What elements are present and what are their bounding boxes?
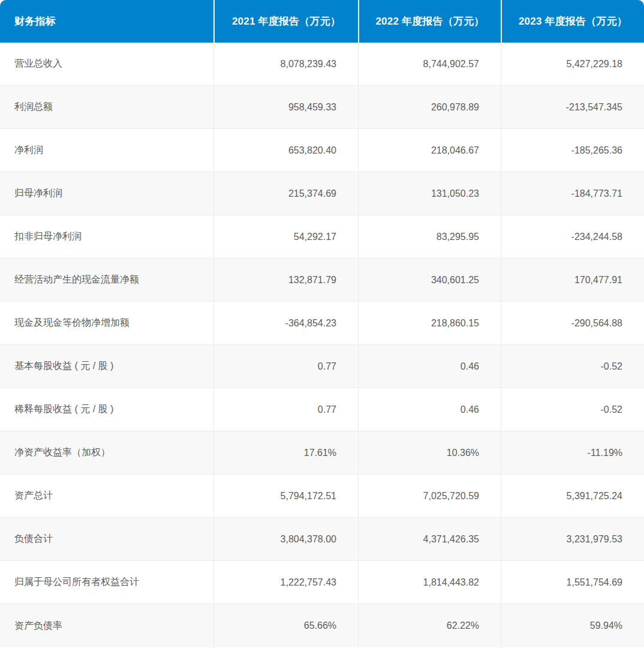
table-row: 营业总收入 8,078,239.43 8,744,902.57 5,427,22… <box>0 43 644 86</box>
table-row: 负债合计 3,804,378.00 4,371,426.35 3,231,979… <box>0 518 644 561</box>
row-label: 净资产收益率（加权） <box>0 431 213 474</box>
row-label: 稀释每股收益 ( 元 / 股 ) <box>0 388 213 431</box>
cell-2023: -0.52 <box>501 345 644 388</box>
cell-2023: 5,427,229.18 <box>501 43 644 85</box>
table-row: 扣非归母净利润 54,292.17 83,295.95 -234,244.58 <box>0 215 644 259</box>
row-label: 资产总计 <box>0 475 213 517</box>
cell-2023: 59.94% <box>501 604 644 647</box>
cell-2022: 218,860.15 <box>358 302 501 344</box>
cell-2021: 65.66% <box>213 604 358 647</box>
cell-2022: 131,050.23 <box>358 172 501 215</box>
table-header-row: 财务指标 2021 年度报告（万元） 2022 年度报告（万元） 2023 年度… <box>0 0 644 43</box>
cell-2022: 62.22% <box>358 604 501 647</box>
cell-2021: 0.77 <box>213 345 358 388</box>
row-label: 资产负债率 <box>0 604 213 647</box>
table-row: 归属于母公司所有者权益合计 1,222,757.43 1,814,443.82 … <box>0 561 644 604</box>
header-cell-indicator: 财务指标 <box>0 0 213 43</box>
cell-2022: 10.36% <box>358 431 501 474</box>
cell-2022: 0.46 <box>358 388 501 431</box>
cell-2021: 215,374.69 <box>213 172 358 215</box>
table-row: 稀释每股收益 ( 元 / 股 ) 0.77 0.46 -0.52 <box>0 388 644 431</box>
cell-2021: 5,794,172.51 <box>213 475 358 517</box>
cell-2023: -234,244.58 <box>501 215 644 258</box>
cell-2023: 170,477.91 <box>501 259 644 301</box>
header-cell-2023: 2023 年度报告（万元） <box>501 0 644 43</box>
table-row: 基本每股收益 ( 元 / 股 ) 0.77 0.46 -0.52 <box>0 345 644 388</box>
financial-indicators-table: 财务指标 2021 年度报告（万元） 2022 年度报告（万元） 2023 年度… <box>0 0 644 647</box>
table-row: 净利润 653,820.40 218,046.67 -185,265.36 <box>0 129 644 172</box>
row-label: 营业总收入 <box>0 43 213 85</box>
cell-2023: -184,773.71 <box>501 172 644 215</box>
row-label: 现金及现金等价物净增加额 <box>0 302 213 344</box>
cell-2022: 218,046.67 <box>358 129 501 172</box>
row-label: 净利润 <box>0 129 213 172</box>
cell-2022: 340,601.25 <box>358 259 501 301</box>
row-label: 负债合计 <box>0 518 213 560</box>
cell-2023: 3,231,979.53 <box>501 518 644 560</box>
cell-2023: -185,265.36 <box>501 129 644 172</box>
cell-2022: 83,295.95 <box>358 215 501 258</box>
table-row: 净资产收益率（加权） 17.61% 10.36% -11.19% <box>0 431 644 475</box>
table-row: 经营活动产生的现金流量净额 132,871.79 340,601.25 170,… <box>0 259 644 302</box>
cell-2021: 1,222,757.43 <box>213 561 358 604</box>
table-row: 利润总额 958,459.33 260,978.89 -213,547.345 <box>0 86 644 129</box>
cell-2021: 0.77 <box>213 388 358 431</box>
cell-2023: -0.52 <box>501 388 644 431</box>
cell-2022: 7,025,720.59 <box>358 475 501 517</box>
cell-2023: 5,391,725.24 <box>501 475 644 517</box>
cell-2021: 8,078,239.43 <box>213 43 358 85</box>
cell-2021: 653,820.40 <box>213 129 358 172</box>
table-row: 资产总计 5,794,172.51 7,025,720.59 5,391,725… <box>0 475 644 518</box>
table-row: 归母净利润 215,374.69 131,050.23 -184,773.71 <box>0 172 644 215</box>
table-row: 现金及现金等价物净增加额 -364,854.23 218,860.15 -290… <box>0 302 644 345</box>
cell-2021: 132,871.79 <box>213 259 358 301</box>
cell-2021: 958,459.33 <box>213 86 358 128</box>
cell-2022: 1,814,443.82 <box>358 561 501 604</box>
cell-2022: 4,371,426.35 <box>358 518 501 560</box>
row-label: 归母净利润 <box>0 172 213 215</box>
cell-2023: -11.19% <box>501 431 644 474</box>
cell-2023: -213,547.345 <box>501 86 644 128</box>
cell-2021: 17.61% <box>213 431 358 474</box>
row-label: 利润总额 <box>0 86 213 128</box>
cell-2021: 3,804,378.00 <box>213 518 358 560</box>
cell-2022: 260,978.89 <box>358 86 501 128</box>
cell-2023: 1,551,754.69 <box>501 561 644 604</box>
cell-2021: 54,292.17 <box>213 215 358 258</box>
cell-2022: 0.46 <box>358 345 501 388</box>
cell-2021: -364,854.23 <box>213 302 358 344</box>
row-label: 归属于母公司所有者权益合计 <box>0 561 213 604</box>
row-label: 经营活动产生的现金流量净额 <box>0 259 213 301</box>
table-row: 资产负债率 65.66% 62.22% 59.94% <box>0 604 644 647</box>
header-cell-2022: 2022 年度报告（万元） <box>358 0 501 43</box>
table-body: 营业总收入 8,078,239.43 8,744,902.57 5,427,22… <box>0 43 644 647</box>
cell-2023: -290,564.88 <box>501 302 644 344</box>
row-label: 基本每股收益 ( 元 / 股 ) <box>0 345 213 388</box>
row-label: 扣非归母净利润 <box>0 215 213 258</box>
header-cell-2021: 2021 年度报告（万元） <box>213 0 358 43</box>
cell-2022: 8,744,902.57 <box>358 43 501 85</box>
